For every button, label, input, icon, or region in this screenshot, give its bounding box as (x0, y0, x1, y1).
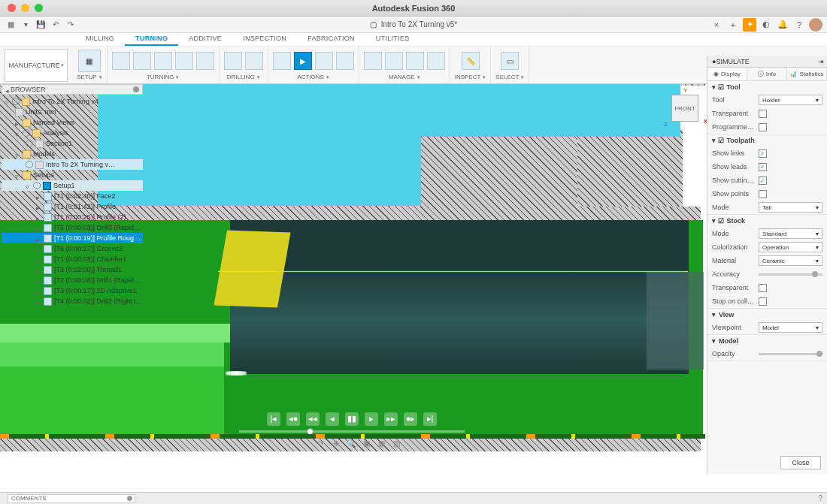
drill-bore-icon[interactable] (245, 52, 263, 70)
select-icon[interactable]: ▭ (501, 52, 519, 70)
help-icon[interactable]: ? (792, 18, 806, 32)
sim-links-check[interactable]: ✓ (759, 149, 767, 158)
player-start-icon[interactable]: |◂ (267, 412, 280, 426)
grid-icon[interactable]: ▥ (391, 438, 401, 448)
sim-tool-transparent-check[interactable] (759, 110, 767, 118)
undo-icon[interactable]: ↶ (50, 19, 62, 31)
player-slider[interactable] (239, 430, 465, 433)
generate-icon[interactable] (273, 52, 291, 70)
pan-icon[interactable]: ✥ (331, 438, 341, 448)
sim-tab-statistics[interactable]: 📊 Statistics (787, 68, 827, 80)
sim-section-view[interactable]: ▾ View (707, 309, 827, 321)
notifications-icon[interactable]: 🔔 (776, 18, 789, 32)
turning-groove-icon[interactable] (154, 52, 172, 70)
manage-nc-icon[interactable] (427, 52, 445, 70)
player-step-back-icon[interactable]: ◂◂ (306, 412, 320, 426)
orbit-icon[interactable]: ⟳ (316, 438, 326, 448)
drill-icon[interactable] (224, 52, 242, 70)
sim-cutting-check[interactable]: ✓ (759, 177, 767, 185)
user-avatar[interactable] (809, 18, 822, 32)
pin-icon[interactable] (133, 86, 139, 92)
player-rewind-icon[interactable]: ◂ (326, 412, 339, 426)
sim-colorization-select[interactable]: Operation▾ (759, 242, 822, 252)
browser-operation[interactable]: ▸[T5 (0:00:03)] Drill3 (Rapid o… (2, 222, 143, 233)
turning-part-icon[interactable] (196, 52, 214, 70)
workspace-switcher[interactable]: MANUFACTURE (5, 49, 68, 82)
manage-addin-icon[interactable] (406, 52, 424, 70)
viewcube-front[interactable]: FRONT (671, 95, 698, 122)
browser-analysis[interactable]: ▿Analysis (2, 128, 143, 138)
player-step-fwd-icon[interactable]: ▸▸ (384, 412, 398, 426)
turning-profile-icon[interactable] (133, 52, 151, 70)
redo-icon[interactable]: ↷ (65, 19, 77, 31)
browser-operation[interactable]: ▸[T1 (0:00:25)] Profile (2) (2, 212, 143, 222)
select-label[interactable]: SELECT (495, 74, 524, 80)
simulate-icon[interactable]: ▶ (294, 52, 312, 70)
sim-section-stock[interactable]: ▾ ☑ Stock (707, 215, 827, 227)
sim-opacity-slider[interactable] (759, 353, 822, 355)
tab-utilities[interactable]: UTILITIES (365, 33, 420, 46)
setup-label[interactable]: SETUP (77, 74, 102, 80)
inspect-label[interactable]: INSPECT (455, 74, 486, 80)
browser-operation[interactable]: ▸[T1 (0:02:40)] Face2 (2, 191, 143, 201)
sim-programmed-check[interactable] (759, 123, 767, 131)
browser-operation[interactable]: ▸[T1 (0:00:03)] Chamfer1 (2, 254, 143, 264)
file-menu-icon[interactable]: ▾ (20, 19, 32, 31)
sim-viewpoint-select[interactable]: Model▾ (759, 322, 822, 333)
sim-tp-mode-select[interactable]: Tail▾ (759, 202, 822, 213)
sim-tab-display[interactable]: ◉ Display (707, 68, 747, 80)
sim-accuracy-slider[interactable] (759, 273, 822, 276)
player-pause-icon[interactable]: ▮▮ (345, 412, 359, 426)
browser-units[interactable]: Units: mm (2, 107, 143, 117)
tab-turning[interactable]: TURNING (125, 33, 178, 46)
sim-stock-mode-select[interactable]: Standard▾ (759, 228, 822, 239)
browser-section[interactable]: Section1 (2, 138, 143, 149)
player-forward-icon[interactable]: ▸ (365, 412, 378, 426)
actions-label[interactable]: ACTIONS (297, 74, 329, 80)
sim-section-toolpath[interactable]: ▾ ☑ Toolpath (707, 134, 827, 146)
manage-task-icon[interactable] (385, 52, 403, 70)
simulate-title[interactable]: ● SIMULATE⇥ (707, 56, 827, 68)
browser-named-views[interactable]: ▸Named Views (2, 117, 143, 128)
fit-icon[interactable]: ▣ (361, 438, 371, 448)
browser-operation[interactable]: ▸[T1 (0:01:42)] Profile (2, 201, 143, 212)
app-menu-icon[interactable]: ▦ (5, 19, 17, 31)
browser-operation[interactable]: ▸[T2 (0:00:04)] Drill1 (Rapid o… (2, 275, 143, 285)
browser-operation[interactable]: ▸[T4 (0:00:02)] Drill2 (Right tap) (2, 296, 143, 306)
turning-thread-icon[interactable] (175, 52, 193, 70)
measure-icon[interactable]: 📏 (462, 52, 480, 70)
sim-tool-select[interactable]: Holder▾ (759, 95, 822, 105)
tab-fabrication[interactable]: FABRICATION (297, 33, 365, 46)
browser-operation[interactable]: ▸[T9 (0:02:00)] Thread1 (2, 264, 143, 275)
browser-operation[interactable]: ▸[T6 (0:00:17)] Groove2 (2, 243, 143, 254)
setup-icon[interactable]: ▦ (78, 50, 101, 72)
sim-material-select[interactable]: Ceramic▾ (759, 255, 822, 266)
sim-tab-info[interactable]: ⓘ Info (747, 68, 787, 80)
player-next-op-icon[interactable]: ●▸ (404, 412, 417, 426)
pin-icon[interactable] (127, 496, 132, 501)
extensions-icon[interactable]: ✦ (743, 18, 756, 32)
help-corner-icon[interactable]: ? (818, 494, 822, 502)
zoom-icon[interactable]: 🔍 (346, 438, 356, 448)
turning-label[interactable]: TURNING (147, 74, 179, 80)
player-prev-op-icon[interactable]: ◂● (286, 412, 300, 426)
display-icon[interactable]: ▦ (376, 438, 386, 448)
panel-pin-icon[interactable]: ⇥ (818, 58, 824, 65)
close-doc-icon[interactable]: × (710, 18, 723, 32)
post-process-icon[interactable] (315, 52, 333, 70)
browser-operation[interactable]: ▸[T3 (0:00:17)] 2D Adaptive1 (2, 285, 143, 296)
player-end-icon[interactable]: ▸| (423, 412, 437, 426)
sim-stop-collision-check[interactable] (759, 297, 767, 306)
sim-leads-check[interactable]: ✓ (759, 163, 767, 171)
turning-face-icon[interactable] (112, 52, 130, 70)
new-tab-icon[interactable]: + (726, 18, 740, 32)
sim-stock-transparent-check[interactable] (759, 284, 767, 292)
viewcube[interactable]: Y FRONT X Z (667, 92, 703, 128)
sim-points-check[interactable] (759, 190, 767, 198)
browser-setups[interactable]: ▿Setups (2, 170, 143, 180)
drilling-label[interactable]: DRILLING (227, 74, 260, 80)
browser-operation[interactable]: ▸[T1 (0:00:19)] Profile Roughin… (2, 233, 143, 243)
browser-models[interactable]: ▿Models (2, 149, 143, 159)
browser-model-item[interactable]: Intro To 2X Turning v… (2, 159, 143, 170)
tab-milling[interactable]: MILLING (75, 33, 125, 46)
